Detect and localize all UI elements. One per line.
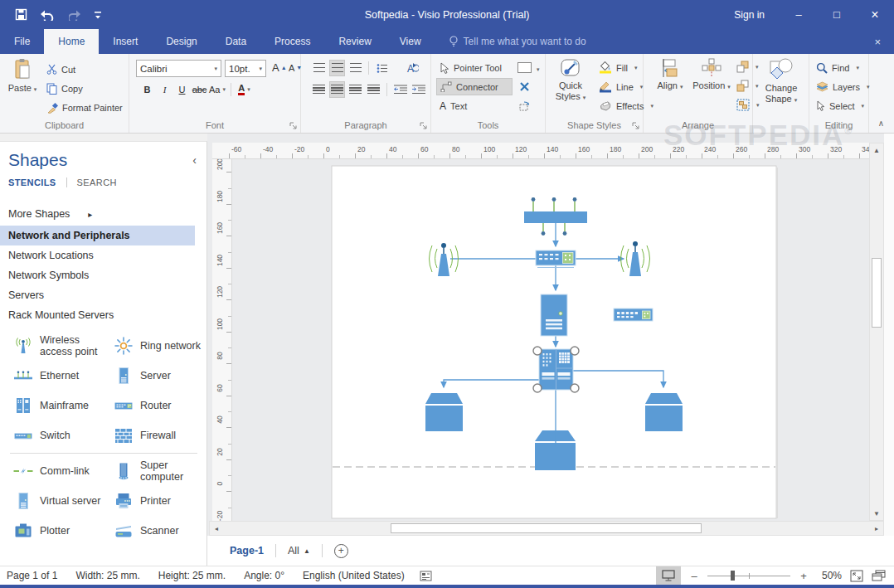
hub-left-shape[interactable] — [425, 393, 463, 431]
increase-indent-button[interactable] — [411, 81, 426, 98]
stencil-item-server[interactable]: Server — [105, 361, 206, 391]
minimize-button[interactable]: – — [780, 0, 818, 29]
tab-review[interactable]: Review — [324, 29, 385, 54]
collapse-panel-icon[interactable]: ‹ — [192, 153, 197, 167]
position-button[interactable]: Position — [692, 56, 731, 92]
align-bottom-button[interactable] — [347, 60, 363, 76]
tab-data[interactable]: Data — [211, 29, 260, 54]
align-center-button[interactable] — [329, 81, 345, 98]
add-page-button[interactable]: + — [334, 544, 348, 558]
stencil-item-super-computer[interactable]: Super computer — [105, 456, 206, 486]
tab-design[interactable]: Design — [152, 29, 211, 54]
tab-insert[interactable]: Insert — [99, 29, 152, 54]
paragraph-dialog-launcher-icon[interactable] — [420, 122, 427, 129]
stencil-item-plotter[interactable]: Plotter — [5, 516, 105, 546]
rectangle-tool-button[interactable] — [514, 59, 543, 76]
all-pages-button[interactable]: All ▲ — [288, 545, 310, 556]
data-graphics-icon[interactable] — [420, 571, 432, 581]
stencil-section-network-and-peripherals[interactable]: Network and Peripherals — [0, 226, 195, 245]
tab-home[interactable]: Home — [44, 29, 99, 54]
align-top-button[interactable] — [311, 60, 327, 76]
status-item-0[interactable]: Page 1 of 1 — [7, 570, 57, 581]
hub-right-shape[interactable] — [645, 393, 683, 431]
text-block-tool-button[interactable] — [514, 97, 534, 114]
zoom-out-button[interactable]: – — [689, 570, 699, 582]
stencil-item-mainframe[interactable]: Mainframe — [5, 391, 105, 420]
text-direction-button[interactable]: A — [404, 60, 420, 76]
change-case-button[interactable]: Aa — [209, 81, 226, 98]
sign-in-link[interactable]: Sign in — [719, 0, 780, 29]
server-shape[interactable] — [541, 294, 567, 336]
align-middle-button[interactable] — [329, 60, 345, 76]
close-button[interactable]: × — [856, 0, 894, 29]
zoom-slider[interactable] — [707, 570, 790, 581]
tab-view[interactable]: View — [386, 29, 435, 54]
scroll-up-icon[interactable]: ▲ — [870, 143, 883, 157]
tab-stencils[interactable]: STENCILS — [8, 177, 56, 187]
copy-button[interactable]: Copy — [43, 80, 86, 97]
align-right-button[interactable] — [347, 81, 363, 98]
justify-button[interactable] — [366, 81, 381, 98]
align-left-button[interactable] — [311, 81, 327, 98]
paste-button[interactable]: Paste — [4, 56, 41, 95]
scroll-left-icon[interactable]: ◂ — [210, 522, 223, 535]
align-button[interactable]: Align — [652, 56, 688, 92]
stencil-section-rack-mounted-servers[interactable]: Rack Mounted Servers — [0, 305, 207, 325]
stencil-item-firewall[interactable]: Firewall — [105, 420, 206, 450]
status-item-1[interactable]: Width: 25 mm. — [75, 570, 139, 581]
connector-tool-button[interactable]: Connector — [436, 78, 513, 95]
line-button[interactable]: Line — [595, 78, 646, 95]
text-tool-button[interactable]: A Text — [436, 97, 470, 114]
canvas[interactable] — [232, 159, 869, 521]
status-item-3[interactable]: Angle: 0° — [244, 570, 284, 581]
layers-button[interactable]: Layers — [813, 78, 873, 95]
tab-file[interactable]: File — [0, 29, 44, 54]
stencil-item-ring-network[interactable]: Ring network — [105, 331, 206, 361]
vertical-scroll-thumb[interactable] — [872, 258, 882, 328]
stencil-item-comm-link[interactable]: Comm-link — [5, 456, 105, 486]
format-painter-button[interactable]: Format Painter — [43, 99, 126, 116]
document-close-icon[interactable]: × — [874, 29, 881, 54]
fit-page-button[interactable] — [850, 570, 863, 582]
horizontal-scrollbar[interactable]: ◂ ▸ — [209, 521, 884, 536]
stencil-item-switch[interactable]: Switch — [5, 420, 105, 450]
tab-search[interactable]: SEARCH — [77, 177, 117, 187]
stencil-item-virtual-server[interactable]: Virtual server — [5, 486, 105, 516]
bold-button[interactable]: B — [139, 81, 155, 98]
stencil-section-network-locations[interactable]: Network Locations — [0, 245, 207, 265]
presentation-mode-button[interactable] — [656, 566, 681, 585]
stencil-item-printer[interactable]: Printer — [105, 486, 206, 516]
find-button[interactable]: Find — [813, 59, 862, 76]
zoom-slider-thumb[interactable] — [731, 571, 735, 581]
cut-button[interactable]: Cut — [43, 61, 79, 78]
page-tab-page1[interactable]: Page-1 — [230, 545, 264, 556]
font-dialog-launcher-icon[interactable] — [289, 122, 297, 129]
switch-shape[interactable] — [614, 309, 653, 321]
font-color-button[interactable]: A — [236, 81, 252, 98]
italic-button[interactable]: I — [157, 81, 172, 98]
shape-styles-dialog-launcher-icon[interactable] — [632, 122, 639, 129]
scroll-right-icon[interactable]: ▸ — [870, 522, 883, 535]
stencil-section-network-symbols[interactable]: Network Symbols — [0, 265, 207, 285]
scroll-down-icon[interactable]: ▼ — [870, 507, 883, 520]
zoom-level[interactable]: 50% — [817, 570, 842, 581]
stencil-item-wireless-access-point[interactable]: Wireless access point — [5, 331, 105, 361]
maximize-button[interactable]: □ — [818, 0, 856, 29]
connection-point-tool-button[interactable] — [516, 78, 533, 95]
stencil-item-ethernet[interactable]: Ethernet — [5, 361, 105, 391]
stencil-item-scanner[interactable]: Scanner — [105, 516, 206, 546]
quick-styles-button[interactable]: Quick Styles — [549, 56, 592, 103]
stencil-section-servers[interactable]: Servers — [0, 285, 207, 305]
zoom-in-button[interactable]: + — [799, 570, 809, 582]
strikethrough-button[interactable]: abc — [192, 81, 207, 98]
switch-windows-button[interactable] — [872, 570, 886, 581]
horizontal-scroll-thumb[interactable] — [391, 523, 702, 533]
pointer-tool-button[interactable]: Pointer Tool — [436, 59, 505, 76]
font-family-select[interactable]: Calibri — [136, 60, 221, 77]
bullets-button[interactable] — [374, 60, 390, 76]
mainframe-shape[interactable] — [539, 349, 573, 390]
router-shape[interactable] — [536, 250, 576, 268]
fill-button[interactable]: Fill — [595, 59, 641, 76]
stencil-item-router[interactable]: Router — [105, 391, 206, 420]
tell-me-box[interactable]: Tell me what you want to do — [449, 29, 586, 54]
